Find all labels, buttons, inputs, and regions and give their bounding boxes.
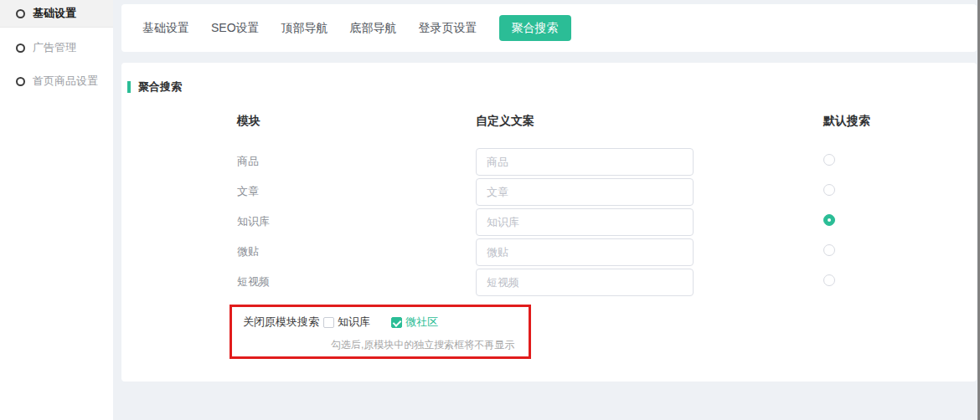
sidebar-item-basic-settings[interactable]: 基础设置 bbox=[0, 0, 113, 28]
circle-icon bbox=[16, 44, 25, 53]
module-label: 微贴 bbox=[237, 244, 476, 259]
custom-text-input[interactable] bbox=[476, 148, 694, 176]
close-original-module-row: 关闭原模块搜索 知识库 微社区 bbox=[243, 314, 977, 330]
column-header-custom-text: 自定义文案 bbox=[476, 114, 823, 131]
tab-basic-settings[interactable]: 基础设置 bbox=[142, 15, 189, 41]
tab-bottom-nav[interactable]: 底部导航 bbox=[350, 15, 397, 41]
table-row: 知识库 bbox=[237, 207, 977, 237]
custom-text-input[interactable] bbox=[476, 208, 694, 236]
circle-icon bbox=[16, 9, 25, 18]
checkbox-icon[interactable] bbox=[323, 317, 334, 328]
main-area: 基础设置 SEO设置 顶部导航 底部导航 登录页设置 聚合搜索 聚合搜索 模块 … bbox=[121, 0, 977, 382]
custom-text-input[interactable] bbox=[476, 269, 694, 296]
module-label: 知识库 bbox=[237, 214, 476, 229]
table-row: 短视频 bbox=[237, 267, 977, 297]
module-label: 短视频 bbox=[237, 274, 476, 289]
tab-seo-settings[interactable]: SEO设置 bbox=[211, 15, 260, 41]
close-original-hint: 勾选后,原模块中的独立搜索框将不再显示 bbox=[331, 338, 977, 352]
table-row: 商品 bbox=[237, 146, 977, 177]
default-search-radio[interactable] bbox=[823, 154, 835, 166]
column-header-module: 模块 bbox=[237, 114, 476, 131]
sidebar-item-label: 首页商品设置 bbox=[33, 74, 98, 89]
table-row: 文章 bbox=[237, 177, 977, 207]
table-row: 微贴 bbox=[237, 237, 977, 267]
checkbox-label: 知识库 bbox=[338, 315, 370, 330]
table-header-row: 模块 自定义文案 默认搜索 bbox=[237, 114, 977, 131]
module-search-table: 模块 自定义文案 默认搜索 商品 文章 知识库 微贴 bbox=[237, 114, 977, 297]
checkbox-label: 微社区 bbox=[405, 315, 438, 330]
default-search-radio[interactable] bbox=[823, 184, 835, 196]
tab-login-page-settings[interactable]: 登录页设置 bbox=[419, 15, 477, 41]
module-label: 商品 bbox=[237, 154, 476, 169]
settings-tab-bar: 基础设置 SEO设置 顶部导航 底部导航 登录页设置 聚合搜索 bbox=[121, 4, 977, 52]
default-search-radio[interactable] bbox=[823, 274, 835, 286]
default-search-radio[interactable] bbox=[823, 244, 835, 256]
module-label: 文章 bbox=[237, 184, 476, 199]
tab-aggregate-search[interactable]: 聚合搜索 bbox=[499, 15, 571, 41]
sidebar-item-label: 广告管理 bbox=[33, 40, 76, 55]
default-search-radio-selected[interactable] bbox=[823, 214, 835, 226]
sidebar-item-label: 基础设置 bbox=[33, 6, 76, 21]
custom-text-input[interactable] bbox=[476, 238, 694, 266]
aggregate-search-panel: 聚合搜索 模块 自定义文案 默认搜索 商品 文章 知识库 bbox=[121, 63, 977, 382]
close-original-label: 关闭原模块搜索 bbox=[243, 315, 319, 330]
sidebar-item-ad-management[interactable]: 广告管理 bbox=[0, 31, 113, 64]
title-accent-bar bbox=[127, 81, 131, 93]
custom-text-input[interactable] bbox=[476, 178, 694, 206]
checkbox-checked-icon[interactable] bbox=[391, 317, 402, 328]
section-title-text: 聚合搜索 bbox=[138, 79, 182, 95]
column-header-default-search: 默认搜索 bbox=[823, 114, 924, 131]
checkbox-item-micro-community[interactable]: 微社区 bbox=[391, 315, 438, 330]
sidebar-item-home-product-settings[interactable]: 首页商品设置 bbox=[0, 64, 113, 98]
checkbox-item-knowledge-base[interactable]: 知识库 bbox=[323, 315, 370, 330]
tab-top-nav[interactable]: 顶部导航 bbox=[281, 15, 328, 41]
section-title: 聚合搜索 bbox=[121, 63, 977, 95]
circle-icon bbox=[16, 77, 25, 86]
sidebar: 基础设置 广告管理 首页商品设置 bbox=[0, 0, 113, 420]
